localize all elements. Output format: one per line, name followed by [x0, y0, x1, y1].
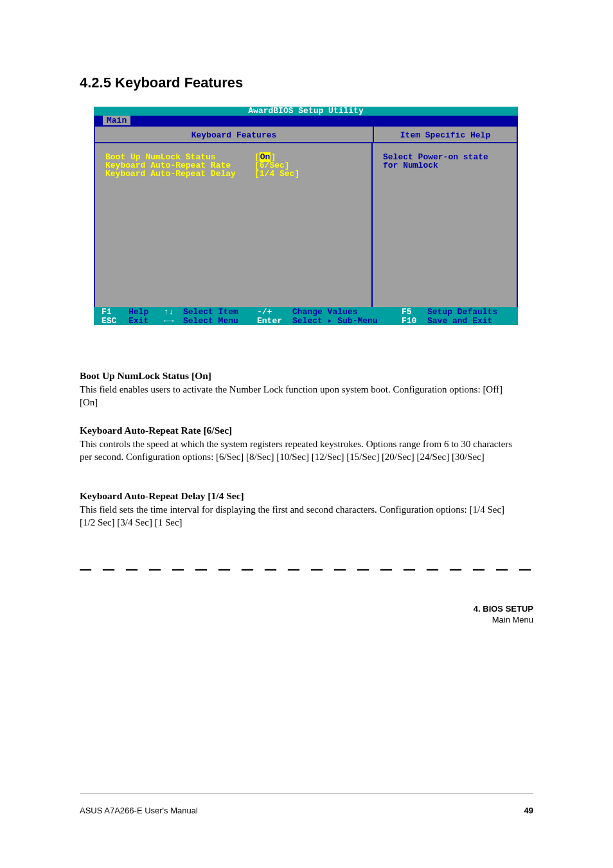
- chapter-number: 4. BIOS SETUP: [474, 604, 533, 615]
- right-panel-header: Item Specific Help: [373, 125, 518, 143]
- paragraph-repeat-delay: This field sets the time interval for di…: [80, 503, 517, 529]
- footer-select-item: Select Item: [183, 308, 257, 316]
- panel-content: Boot Up NumLock Status[On] Keyboard Auto…: [94, 143, 518, 307]
- key-f10: F10: [402, 317, 427, 325]
- footer-row-2: ESC Exit ←→ Select Menu Enter Select ▸ S…: [102, 316, 511, 325]
- footer-change-values: Change Values: [292, 308, 402, 316]
- bracket-close: ]: [294, 169, 299, 179]
- section-title: 4.2.5 Keyboard Features: [80, 75, 243, 91]
- setting-value[interactable]: 1/4 Sec: [260, 169, 295, 179]
- chapter-side-label: 4. BIOS SETUP Main Menu: [474, 604, 533, 626]
- bios-title-bar: AwardBIOS Setup Utility: [94, 107, 518, 116]
- paragraph-repeat-rate: This controls the speed at which the sys…: [80, 438, 517, 464]
- paragraph-block-3: Keyboard Auto-Repeat Delay [1/4 Sec] Thi…: [80, 490, 517, 529]
- key-plusminus: -/+: [257, 308, 292, 316]
- page-footer: ASUS A7A266-E User's Manual 49: [80, 793, 533, 815]
- key-leftright: ←→: [164, 317, 183, 325]
- bios-menu-bar: Main: [94, 116, 518, 125]
- footer-exit: Exit: [129, 317, 164, 325]
- footer-setup-defaults: Setup Defaults: [427, 308, 497, 316]
- key-updown: ↑↓: [164, 308, 183, 316]
- bios-footer: F1 Help ↑↓ Select Item -/+ Change Values…: [94, 307, 518, 325]
- divider-dashed: — — — — — — — — — — — — — — — — — — — — …: [80, 559, 533, 581]
- settings-list: Boot Up NumLock Status[On] Keyboard Auto…: [94, 143, 371, 307]
- panel-headers: Keyboard Features Item Specific Help: [94, 125, 518, 143]
- footer-select-submenu: Select ▸ Sub-Menu: [292, 317, 402, 325]
- setting-label: Keyboard Auto-Repeat Delay: [105, 170, 254, 178]
- paragraph-block-2: Keyboard Auto-Repeat Rate [6/Sec] This c…: [80, 424, 517, 463]
- heading-repeat-delay: Keyboard Auto-Repeat Delay [1/4 Sec]: [80, 490, 517, 503]
- heading-numlock: Boot Up NumLock Status [On]: [80, 369, 517, 383]
- footer-manual-title: ASUS A7A266-E User's Manual: [80, 806, 198, 815]
- paragraph-numlock: This field enables users to activate the…: [80, 383, 517, 409]
- heading-repeat-rate: Keyboard Auto-Repeat Rate [6/Sec]: [80, 424, 517, 438]
- help-panel: Select Power-on state for Numlock: [371, 143, 518, 307]
- page-number: 49: [524, 806, 533, 815]
- footer-row-1: F1 Help ↑↓ Select Item -/+ Change Values…: [102, 307, 511, 316]
- tab-main[interactable]: Main: [103, 116, 130, 125]
- left-panel-header: Keyboard Features: [94, 125, 373, 143]
- footer-select-menu: Select Menu: [183, 317, 257, 325]
- bracket-open: [: [254, 169, 260, 179]
- bios-window: AwardBIOS Setup Utility Main Keyboard Fe…: [94, 107, 518, 325]
- footer-help: Help: [129, 308, 164, 316]
- key-esc: ESC: [102, 317, 129, 325]
- paragraph-block-1: Boot Up NumLock Status [On] This field e…: [80, 369, 517, 409]
- key-f5: F5: [402, 308, 427, 316]
- help-text-line: for Numlock: [383, 161, 510, 170]
- key-enter: Enter: [257, 317, 292, 325]
- setting-row-repeat-delay[interactable]: Keyboard Auto-Repeat Delay[1/4 Sec]: [105, 170, 371, 178]
- chapter-sub: Main Menu: [474, 615, 533, 626]
- key-f1: F1: [102, 308, 129, 316]
- footer-save-exit: Save and Exit: [427, 317, 492, 325]
